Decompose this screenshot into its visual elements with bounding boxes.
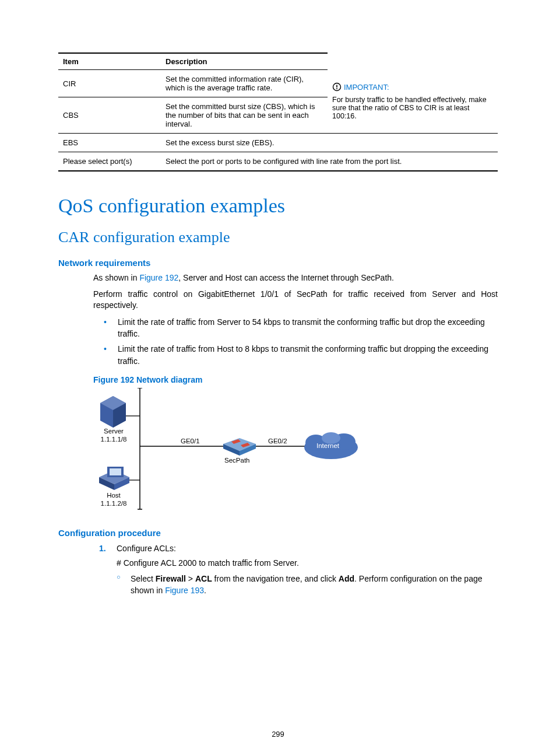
heading-2: CAR configuration example — [58, 229, 498, 246]
cell-item: Please select port(s) — [58, 152, 161, 172]
ge02-label: GE0/2 — [268, 438, 287, 446]
server-label: Server 1.1.1.1/8 — [93, 428, 134, 444]
page-number: 299 — [0, 730, 556, 738]
important-note: IMPORTANT: For bursty traffic to be hand… — [328, 70, 498, 134]
col-header-item: Item — [58, 53, 161, 70]
figure-caption: Figure 192 Network diagram — [93, 375, 498, 384]
table-header-row: Item Description — [58, 53, 498, 70]
important-text: For bursty traffic to be handled effecti… — [332, 96, 493, 120]
parameter-table: Item Description CIR Set the committed i… — [58, 52, 498, 172]
network-diagram: Server 1.1.1.1/8 Host 1.1.1.2/8 GE0/1 GE… — [93, 388, 367, 516]
cell-desc: Select the port or ports to be configure… — [161, 152, 498, 172]
server-icon — [100, 396, 126, 428]
sub-text: # Configure ACL 2000 to match traffic fr… — [117, 558, 498, 569]
list-item: Select Firewall > ACL from the navigatio… — [117, 573, 498, 597]
heading-1: QoS configuration examples — [58, 195, 498, 217]
svg-marker-17 — [110, 468, 121, 475]
alert-circle-icon — [332, 82, 342, 92]
diagram-svg — [93, 388, 367, 516]
paragraph: As shown in Figure 192, Server and Host … — [93, 272, 498, 284]
cell-desc: Set the excess burst size (EBS). — [161, 134, 498, 152]
table-row: EBS Set the excess burst size (EBS). — [58, 134, 498, 152]
col-header-desc: Description — [161, 53, 328, 70]
secpath-label: SecPath — [224, 457, 249, 465]
table-row: Please select port(s) Select the port or… — [58, 152, 498, 172]
cell-desc: Set the committed information rate (CIR)… — [161, 70, 328, 97]
sub-bullet-list: Select Firewall > ACL from the navigatio… — [117, 573, 498, 597]
page: Item Description CIR Set the committed i… — [0, 0, 556, 756]
heading-3-netreq: Network requirements — [58, 258, 498, 268]
important-label-text: IMPORTANT: — [344, 83, 389, 92]
important-label: IMPORTANT: — [332, 82, 389, 92]
cell-item: CIR — [58, 70, 161, 97]
paragraph: Perform traffic control on GigabitEthern… — [93, 289, 498, 312]
list-item: Limit the rate of traffic from Host to 8… — [104, 343, 498, 367]
bullet-list: Limit the rate of traffic from Server to… — [104, 316, 498, 367]
heading-3-confproc: Configuration procedure — [58, 528, 498, 538]
ordered-steps: Configure ACLs: — [99, 542, 498, 554]
figure-link[interactable]: Figure 193 — [165, 586, 204, 595]
internet-label: Internet — [316, 442, 339, 450]
host-label: Host 1.1.1.2/8 — [93, 492, 134, 508]
cell-desc: Set the committed burst size (CBS), whic… — [161, 97, 328, 134]
cell-item: CBS — [58, 97, 161, 134]
table-row: CIR Set the committed information rate (… — [58, 70, 498, 97]
svg-point-2 — [336, 88, 337, 89]
secpath-icon — [223, 438, 256, 456]
ge01-label: GE0/1 — [181, 438, 200, 446]
cell-item: EBS — [58, 134, 161, 152]
host-icon — [99, 467, 129, 490]
step-item: Configure ACLs: — [99, 542, 498, 554]
figure-link[interactable]: Figure 192 — [139, 273, 178, 282]
list-item: Limit the rate of traffic from Server to… — [104, 316, 498, 340]
